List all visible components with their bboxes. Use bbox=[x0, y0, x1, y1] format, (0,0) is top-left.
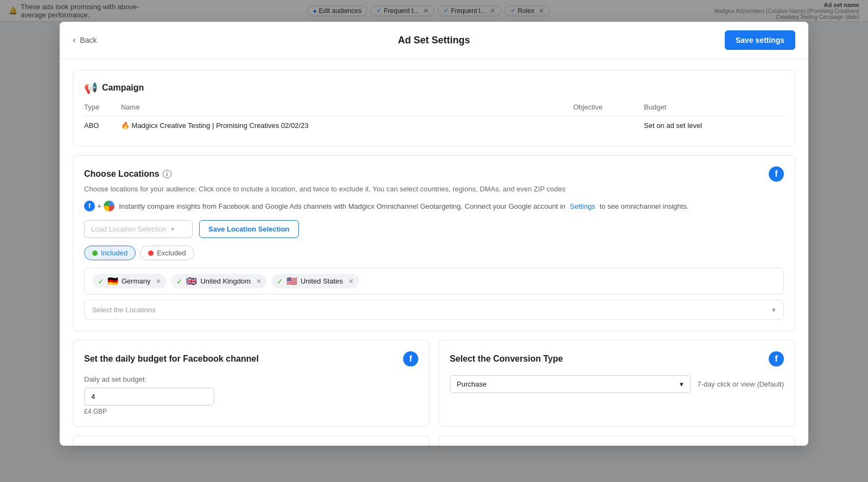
modal-overlay: ‹ Back Ad Set Settings Save settings 📢 C… bbox=[0, 0, 868, 22]
